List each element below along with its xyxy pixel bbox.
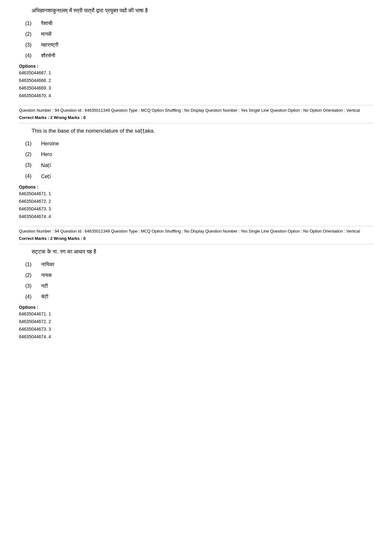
option-id-3-2: 64635044672. 2	[19, 318, 373, 326]
option-id-1-3: 64635044669. 3	[19, 84, 373, 92]
option-3-2: (2) नायक	[19, 272, 373, 278]
option-text-3-2: नायक	[41, 272, 52, 278]
marks-2: Correct Marks : 2 Wrong Marks : 0	[19, 115, 373, 121]
option-num-1-3: (3)	[25, 42, 41, 48]
meta-block-2: Question Number : 94 Question Id : 64635…	[19, 105, 373, 123]
option-id-3-1: 64635044671. 1	[19, 310, 373, 318]
option-1-3: (3) महाराष्ट्री	[19, 42, 373, 48]
meta-text-2: Question Number : 94 Question Id : 64635…	[19, 107, 373, 114]
option-2-2: (2) Hero	[19, 152, 373, 157]
option-id-2-1: 64635044671. 1	[19, 190, 373, 198]
options-block-3: Options : 64635044671. 1 64635044672. 2 …	[19, 305, 373, 340]
option-num-1-2: (2)	[25, 31, 41, 37]
option-id-2-2: 64635044672. 2	[19, 198, 373, 205]
option-num-3-2: (2)	[25, 272, 41, 278]
options-label-2: Options :	[19, 184, 373, 190]
options-label-1: Options :	[19, 64, 373, 69]
option-3-4: (4) चेटी	[19, 294, 373, 300]
section-1: अभिज्ञानशाकुन्तलम् में स्त्री पात्रों द्…	[19, 6, 373, 99]
option-id-2-4: 64635044674. 4	[19, 213, 373, 221]
option-num-3-4: (4)	[25, 294, 41, 300]
option-num-3-1: (1)	[25, 262, 41, 267]
option-text-2-1: Heroine	[41, 141, 59, 147]
marks-3: Correct Marks : 2 Wrong Marks : 0	[19, 235, 373, 242]
option-1-4: (4) शौरसेनी	[19, 53, 373, 59]
option-id-3-3: 64635044673. 3	[19, 326, 373, 333]
option-id-2-3: 64635044673. 3	[19, 205, 373, 213]
option-id-3-4: 64635044674. 4	[19, 333, 373, 341]
meta-text-3: Question Number : 94 Question Id : 64635…	[19, 228, 373, 235]
option-text-2-3: Naṭī	[41, 162, 51, 168]
option-text-3-3: नटी	[41, 283, 48, 289]
meta-block-3: Question Number : 94 Question Id : 64635…	[19, 226, 373, 244]
question-text-2: This is the base of the nomenclature of …	[19, 127, 373, 135]
option-num-2-3: (3)	[25, 162, 41, 168]
option-3-3: (3) नटी	[19, 283, 373, 289]
options-block-1: Options : 64635044667. 1 64635044668. 2 …	[19, 64, 373, 99]
question-text-3: सट्टक के ना. रण का आधार यह है	[19, 247, 373, 256]
option-text-1-3: महाराष्ट्री	[41, 42, 58, 48]
options-label-3: Options :	[19, 305, 373, 310]
option-num-2-2: (2)	[25, 152, 41, 157]
option-text-1-2: मागधी	[41, 31, 52, 37]
option-2-4: (4) Ceṭī	[19, 173, 373, 179]
option-3-1: (1) नायिका	[19, 262, 373, 267]
option-id-1-1: 64635044667. 1	[19, 69, 373, 77]
question-text-1: अभिज्ञानशाकुन्तलम् में स्त्री पात्रों द्…	[19, 6, 373, 15]
section-3: Question Number : 94 Question Id : 64635…	[19, 226, 373, 340]
options-block-2: Options : 64635044671. 1 64635044672. 2 …	[19, 184, 373, 220]
option-num-3-3: (3)	[25, 283, 41, 289]
option-1-2: (2) मागधी	[19, 31, 373, 37]
option-id-1-4: 64635044670. 4	[19, 92, 373, 100]
option-text-1-1: पैशाची	[41, 21, 52, 26]
option-2-1: (1) Heroine	[19, 141, 373, 147]
option-text-3-4: चेटी	[41, 294, 48, 300]
option-text-3-1: नायिका	[41, 262, 54, 267]
option-id-1-2: 64635044668. 2	[19, 77, 373, 84]
option-text-2-2: Hero	[41, 152, 52, 157]
option-num-1-1: (1)	[25, 21, 41, 26]
option-text-1-4: शौरसेनी	[41, 53, 55, 59]
option-num-2-1: (1)	[25, 141, 41, 147]
option-num-2-4: (4)	[25, 173, 41, 179]
option-num-1-4: (4)	[25, 53, 41, 59]
option-1-1: (1) पैशाची	[19, 21, 373, 26]
option-2-3: (3) Naṭī	[19, 162, 373, 168]
option-text-2-4: Ceṭī	[41, 173, 51, 179]
section-2: Question Number : 94 Question Id : 64635…	[19, 105, 373, 220]
